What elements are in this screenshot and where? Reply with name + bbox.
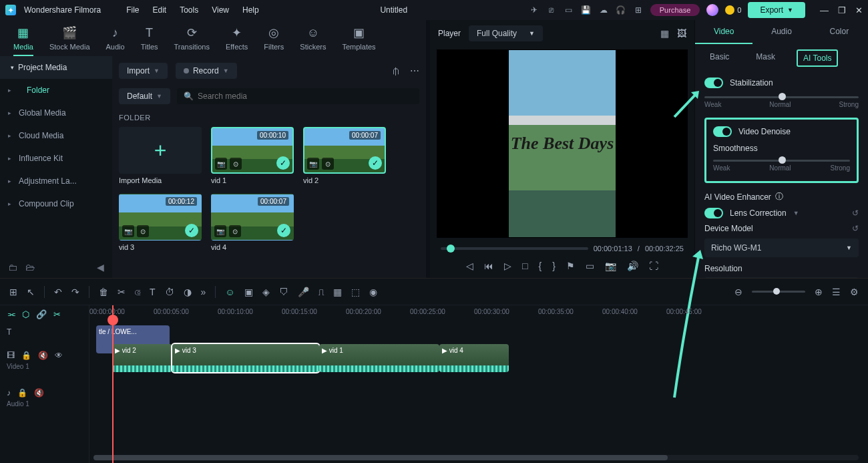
tab-transitions[interactable]: ⟳Transitions [174, 25, 210, 56]
search-input[interactable] [198, 92, 413, 101]
new-bin-icon[interactable]: 🗁 [25, 262, 35, 273]
sidebar-compound-clip[interactable]: Compound Clip [0, 192, 112, 215]
lock-icon[interactable]: 🔒 [17, 388, 27, 398]
inspector-tab-color[interactable]: Color [811, 20, 868, 44]
lock-icon[interactable]: 🔒 [21, 351, 31, 360]
reset-lens-icon[interactable]: ↺ [852, 208, 859, 218]
send-icon[interactable]: ✈ [529, 5, 539, 15]
ratio-icon[interactable]: ▭ [586, 261, 594, 271]
tab-effects[interactable]: ✦Effects [226, 25, 248, 56]
mic-icon[interactable]: 🎤 [298, 287, 309, 297]
help-icon[interactable]: ⓘ [775, 191, 783, 202]
track-magnet-icon[interactable]: ⬡ [22, 309, 29, 319]
ai-icon[interactable]: ☺ [225, 287, 234, 297]
timeline-ruler[interactable]: 00:00:00:0000:00:05:0000:00:10:0000:00:1… [89, 305, 868, 323]
inspector-tab-video[interactable]: Video [695, 20, 752, 44]
track-cut-icon[interactable]: ✂ [53, 309, 61, 319]
menu-tools[interactable]: Tools [180, 5, 198, 15]
sidebar-folder[interactable]: Folder [0, 79, 112, 102]
media-clip[interactable]: +Import Media [119, 127, 202, 184]
avatar-icon[interactable] [706, 4, 718, 16]
filter-icon[interactable]: ⫛ [391, 65, 401, 76]
view-options-icon[interactable]: ☰ [832, 287, 841, 297]
redo-icon[interactable]: ↷ [71, 287, 79, 297]
settings-icon[interactable]: ⚙ [850, 287, 859, 297]
audio-track[interactable] [89, 379, 868, 416]
color-icon[interactable]: ◑ [184, 287, 192, 297]
new-folder-icon[interactable]: 🗀 [8, 262, 17, 273]
mark-in-icon[interactable]: { [539, 261, 542, 271]
sidebar-header[interactable]: ▾Project Media [0, 56, 112, 79]
collapse-sidebar-icon[interactable]: ◀ [97, 262, 104, 273]
device-icon[interactable]: ⎚ [546, 5, 557, 15]
stabilization-slider[interactable]: WeakNormalStrong [704, 94, 859, 111]
sidebar-global-media[interactable]: Global Media [0, 102, 112, 124]
text-icon[interactable]: T [150, 287, 156, 297]
chevron-down-icon[interactable]: ▼ [793, 210, 799, 216]
tab-stock-media[interactable]: 🎬Stock Media [49, 25, 90, 56]
close-button[interactable]: ✕ [855, 5, 863, 15]
zoom-slider[interactable] [752, 291, 805, 293]
marker2-icon[interactable]: ◉ [369, 287, 377, 297]
timeline-tracks[interactable]: 00:00:00:0000:00:05:0000:00:10:0000:00:1… [89, 305, 868, 463]
cloud-icon[interactable]: ☁ [598, 5, 609, 15]
tab-media[interactable]: ▦Media [13, 25, 33, 56]
menu-help[interactable]: Help [242, 5, 259, 15]
save-icon[interactable]: 💾 [581, 5, 592, 15]
keyframe-icon[interactable]: ◈ [262, 287, 270, 297]
sort-dropdown[interactable]: Default▼ [119, 88, 170, 104]
record-button[interactable]: Record▼ [176, 63, 237, 79]
menu-file[interactable]: File [126, 5, 139, 15]
speed-icon[interactable]: ⏱ [165, 287, 174, 297]
audio-track-header[interactable]: ♪🔒🔇 Audio 1 [0, 379, 89, 416]
stabilization-toggle[interactable] [704, 78, 723, 88]
playhead[interactable] [112, 305, 114, 463]
track-link-icon[interactable]: ⫘ [7, 309, 15, 319]
support-icon[interactable]: 🎧 [616, 5, 626, 15]
timeline-clip[interactable]: ▶ vid 4 [439, 344, 509, 372]
tab-titles[interactable]: TTitles [141, 25, 158, 56]
marker-icon[interactable]: ⚑ [566, 261, 575, 271]
subtab-ai-tools[interactable]: AI Tools [797, 49, 838, 67]
picture-icon[interactable]: 🖼 [677, 28, 686, 39]
seek-thumb[interactable] [447, 245, 455, 253]
volume-icon[interactable]: 🔊 [627, 261, 638, 271]
export-button[interactable]: Export▼ [748, 2, 805, 18]
step-back-icon[interactable]: ⏮ [484, 261, 493, 271]
search-box[interactable]: 🔍 [177, 88, 419, 104]
mask-icon[interactable]: ▣ [244, 287, 253, 297]
play-icon[interactable]: ▷ [504, 261, 511, 271]
crop-icon[interactable]: ⟃ [135, 287, 140, 297]
player-canvas[interactable]: The Best Days [437, 49, 688, 238]
mixer-icon[interactable]: ⎍ [318, 287, 324, 297]
timeline-scrollbar[interactable] [93, 455, 859, 460]
fullscreen-icon[interactable]: ⛶ [649, 261, 658, 271]
tab-audio[interactable]: ♪Audio [106, 25, 125, 56]
track-link2-icon[interactable]: 🔗 [36, 309, 47, 319]
more-tools-icon[interactable]: » [201, 287, 206, 297]
mark-out-icon[interactable]: } [552, 261, 556, 271]
media-clip[interactable]: 00:00:10📷⊙✓vid 1 [211, 127, 294, 184]
timeline-clip[interactable]: ▶ vid 3 [172, 344, 319, 372]
snapshot-icon[interactable]: 📷 [605, 261, 616, 271]
video-track[interactable]: ▶ vid 2▶ vid 3▶ vid 1▶ vid 4 [89, 341, 868, 379]
sidebar-cloud-media[interactable]: Cloud Media [0, 124, 112, 147]
menu-view[interactable]: View [212, 5, 229, 15]
group-icon[interactable]: ▦ [333, 287, 342, 297]
delete-icon[interactable]: 🗑 [99, 287, 108, 297]
timeline-clip[interactable]: ▶ vid 2 [112, 344, 172, 372]
undo-icon[interactable]: ↶ [54, 287, 62, 297]
prev-frame-icon[interactable]: ◁ [466, 261, 473, 271]
reset-device-icon[interactable]: ↺ [852, 224, 859, 233]
subtab-mask[interactable]: Mask [750, 49, 781, 67]
media-clip[interactable]: 00:00:07📷⊙✓vid 2 [303, 127, 386, 184]
sidebar-adjustment-layer[interactable]: Adjustment La... [0, 170, 112, 192]
shield-icon[interactable]: ⛉ [279, 287, 288, 297]
tab-filters[interactable]: ◎Filters [264, 25, 284, 56]
text-track-icon[interactable]: T [7, 327, 11, 337]
media-clip[interactable]: 00:00:12📷⊙✓vid 3 [119, 194, 202, 251]
title-track[interactable]: tle / LOWE... [89, 323, 868, 341]
maximize-button[interactable]: ❐ [838, 5, 846, 15]
device-model-select[interactable]: Richo WG-M1▼ [704, 239, 859, 257]
video-track-header[interactable]: 🎞🔒🔇👁 Video 1 [0, 341, 89, 379]
